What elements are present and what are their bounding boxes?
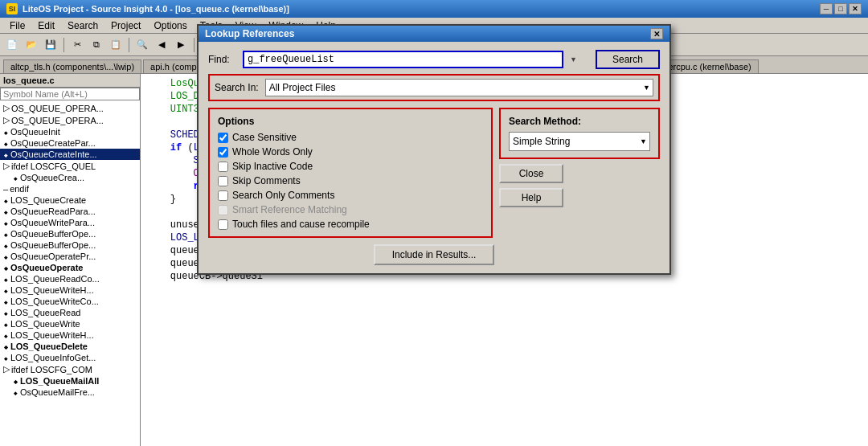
search-button[interactable]: Search xyxy=(596,50,660,69)
search-only-comments-checkbox[interactable] xyxy=(218,190,228,201)
dialog-close-icon[interactable]: ✕ xyxy=(650,28,663,39)
touch-files-checkbox[interactable] xyxy=(218,219,228,230)
options-section: Options Case Sensitive Whole Words Only xyxy=(208,108,493,238)
dialog-buttons: Search xyxy=(596,50,660,69)
include-in-results-button[interactable]: Include in Results... xyxy=(374,244,494,265)
checkbox-case-sensitive[interactable]: Case Sensitive xyxy=(218,132,483,143)
close-button[interactable]: Close xyxy=(499,164,563,183)
options-title: Options xyxy=(218,116,483,127)
lookup-references-dialog: Lookup References ✕ Find: ▼ Search xyxy=(197,24,671,275)
case-sensitive-checkbox[interactable] xyxy=(218,133,228,143)
checkbox-touch-files[interactable]: Touch files and cause recompile xyxy=(218,219,483,230)
checkbox-whole-words[interactable]: Whole Words Only xyxy=(218,146,483,158)
checkbox-search-only-comments[interactable]: Search Only Comments xyxy=(218,190,483,201)
skip-comments-checkbox[interactable] xyxy=(218,176,228,186)
search-method-section: Search Method: Simple String Regular Exp… xyxy=(499,108,660,159)
smart-reference-checkbox xyxy=(218,205,228,215)
options-checkboxes: Case Sensitive Whole Words Only Skip Ina… xyxy=(218,132,483,230)
checkbox-skip-comments[interactable]: Skip Comments xyxy=(218,175,483,186)
checkbox-skip-inactive[interactable]: Skip Inactive Code xyxy=(218,161,483,172)
search-method-dropdown[interactable]: Simple String Regular Expression Fuzzy xyxy=(509,132,650,151)
find-label: Find: xyxy=(208,54,236,65)
dialog-overlay: Lookup References ✕ Find: ▼ Search xyxy=(0,0,868,446)
dialog-body: Find: ▼ Search Search In: All xyxy=(199,42,669,273)
help-button[interactable]: Help xyxy=(499,188,563,207)
find-input[interactable] xyxy=(243,51,563,68)
search-in-label: Search In: xyxy=(215,82,259,93)
dialog-title: Lookup References xyxy=(205,28,294,39)
search-method-title: Search Method: xyxy=(509,116,650,127)
dialog-title-bar: Lookup References ✕ xyxy=(199,26,669,42)
search-in-dropdown[interactable]: All Project Files Current File Current P… xyxy=(265,79,653,96)
skip-inactive-checkbox[interactable] xyxy=(218,162,228,172)
checkbox-smart-reference: Smart Reference Matching xyxy=(218,204,483,215)
whole-words-checkbox[interactable] xyxy=(218,147,228,158)
